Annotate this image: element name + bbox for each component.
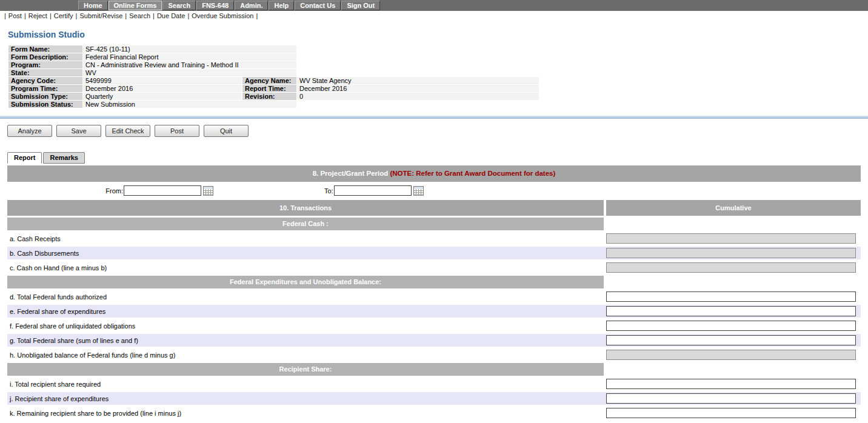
info-label-form-name: Form Name: <box>8 45 83 53</box>
submission-info-table: Form Name: SF-425 (10-11) Form Descripti… <box>8 45 539 108</box>
analyze-button[interactable]: Analyze <box>7 125 52 137</box>
table-row-e: e. Federal share of expenditures <box>7 305 861 318</box>
info-label-agency-code: Agency Code: <box>8 77 83 85</box>
to-date-input[interactable] <box>334 185 412 196</box>
transactions-header-row: 10. Transactions Cumulative <box>7 200 861 216</box>
subheader-federal-cash: Federal Cash : <box>7 218 604 230</box>
nav-search[interactable]: Search <box>162 1 196 10</box>
row-label: d. Total Federal funds authorized <box>7 293 606 301</box>
menubar-separator: | <box>187 12 189 19</box>
info-spacer <box>297 61 539 69</box>
subheader-federal-expenditures: Federal Expenditures and Unobligated Bal… <box>7 276 604 288</box>
tab-strip: Report Remarks <box>7 152 868 164</box>
menu-item-due-date[interactable]: Due Date <box>157 12 185 19</box>
info-value-program-time: December 2016 <box>83 85 242 93</box>
nav-home[interactable]: Home <box>78 1 108 10</box>
info-label-state: State: <box>8 69 83 77</box>
table-row-a: a. Cash Receipts <box>7 232 861 245</box>
cumulative-input-b <box>606 248 856 258</box>
quit-button[interactable]: Quit <box>204 125 249 137</box>
menu-item-post[interactable]: Post <box>8 12 22 19</box>
info-row-type: Submission Type: Quarterly Revision: 0 <box>8 93 539 101</box>
cumulative-input-j[interactable] <box>606 393 856 404</box>
table-row-h: h. Unobligated balance of Federal funds … <box>7 348 861 361</box>
transactions-column-header: 10. Transactions <box>7 200 604 216</box>
info-row-time: Program Time: December 2016 Report Time:… <box>8 85 539 93</box>
info-value-submission-type: Quarterly <box>83 93 242 101</box>
to-label: To: <box>324 187 334 195</box>
menu-item-certify[interactable]: Certify <box>54 12 73 19</box>
row-label: a. Cash Receipts <box>7 235 606 242</box>
info-value-agency-name: WV State Agency <box>297 77 539 85</box>
info-row-agency: Agency Code: 5499999 Agency Name: WV Sta… <box>8 77 539 85</box>
info-value-revision: 0 <box>297 93 539 101</box>
menu-item-search[interactable]: Search <box>129 12 150 19</box>
info-value-submission-status: New Submission <box>83 101 297 108</box>
save-button[interactable]: Save <box>56 125 101 137</box>
info-spacer <box>297 53 539 61</box>
info-label-program-time: Program Time: <box>8 85 83 93</box>
nav-online-forms[interactable]: Online Forms <box>109 1 162 10</box>
info-row-state: State: WV <box>8 69 539 77</box>
cumulative-input-d[interactable] <box>606 291 856 302</box>
info-row-form-name: Form Name: SF-425 (10-11) <box>8 45 539 53</box>
cumulative-input-h <box>606 350 856 360</box>
table-row-g: g. Total Federal share (sum of lines e a… <box>7 334 861 347</box>
info-row-status: Submission Status: New Submission <box>8 101 539 108</box>
info-row-program: Program: CN - Administrative Review and … <box>8 61 539 69</box>
nav-contact-us[interactable]: Contact Us <box>295 1 341 10</box>
info-value-agency-code: 5499999 <box>83 77 242 85</box>
section-divider <box>0 116 868 119</box>
cumulative-input-g[interactable] <box>606 335 856 345</box>
section-8-title: 8. Project/Grant Period <box>313 170 389 177</box>
calendar-icon[interactable] <box>203 186 213 196</box>
info-value-form-description: Federal Financial Report <box>83 53 297 61</box>
from-date-input[interactable] <box>124 185 201 196</box>
row-label: e. Federal share of expenditures <box>7 308 606 315</box>
post-button[interactable]: Post <box>155 125 199 137</box>
section-8-note: (NOTE: Refer to Grant Award Document for… <box>390 170 555 177</box>
table-row-f: f. Federal share of unliquidated obligat… <box>7 319 861 332</box>
cumulative-input-f[interactable] <box>606 321 856 331</box>
from-label: From: <box>7 187 124 195</box>
cumulative-column-header: Cumulative <box>606 200 861 216</box>
menubar-separator: | <box>50 12 52 19</box>
cumulative-input-c <box>606 262 856 273</box>
info-spacer <box>297 45 539 53</box>
calendar-icon[interactable] <box>413 186 424 196</box>
top-navigation: Home Online Forms Search FNS-648 Admin. … <box>0 0 868 11</box>
edit-check-button[interactable]: Edit Check <box>105 125 150 137</box>
project-grant-period-row: From: To: <box>7 183 861 198</box>
table-row-b: b. Cash Disbursements <box>7 247 861 259</box>
info-value-form-name: SF-425 (10-11) <box>83 45 297 53</box>
menu-item-reject[interactable]: Reject <box>28 12 47 19</box>
cumulative-input-e[interactable] <box>606 306 856 316</box>
table-row-j: j. Recipient share of expenditures <box>7 392 861 405</box>
table-row-i: i. Total recipient share required <box>7 378 861 390</box>
nav-sign-out[interactable]: Sign Out <box>341 1 380 10</box>
tab-remarks[interactable]: Remarks <box>43 152 84 164</box>
toolbar: Analyze Save Edit Check Post Quit <box>7 125 868 137</box>
subheader-recipient-share: Recipient Share: <box>7 363 604 376</box>
nav-help[interactable]: Help <box>269 1 294 10</box>
menu-item-submit-revise[interactable]: Submit/Revise <box>79 12 122 19</box>
menubar-separator: | <box>256 12 258 19</box>
nav-fns-648[interactable]: FNS-648 <box>196 1 234 10</box>
info-label-form-description: Form Description: <box>8 53 83 61</box>
info-value-program: CN - Administrative Review and Training … <box>83 61 297 69</box>
report-form: 8. Project/Grant Period (NOTE: Refer to … <box>7 165 861 419</box>
nav-admin[interactable]: Admin. <box>235 1 268 10</box>
row-label: f. Federal share of unliquidated obligat… <box>7 322 606 330</box>
table-row-c: c. Cash on Hand (line a minus b) <box>7 261 861 274</box>
cumulative-input-k[interactable] <box>606 408 856 418</box>
info-label-submission-status: Submission Status: <box>8 101 83 108</box>
menu-item-overdue-submission[interactable]: Overdue Submission <box>192 12 253 19</box>
info-value-report-time: December 2016 <box>297 85 539 93</box>
row-label: i. Total recipient share required <box>7 381 606 388</box>
menubar-separator: | <box>153 12 155 19</box>
cumulative-input-a <box>606 233 856 244</box>
section-8-header: 8. Project/Grant Period (NOTE: Refer to … <box>7 165 861 182</box>
tab-report[interactable]: Report <box>7 152 42 164</box>
info-label-program: Program: <box>8 61 83 69</box>
cumulative-input-i[interactable] <box>606 379 856 389</box>
